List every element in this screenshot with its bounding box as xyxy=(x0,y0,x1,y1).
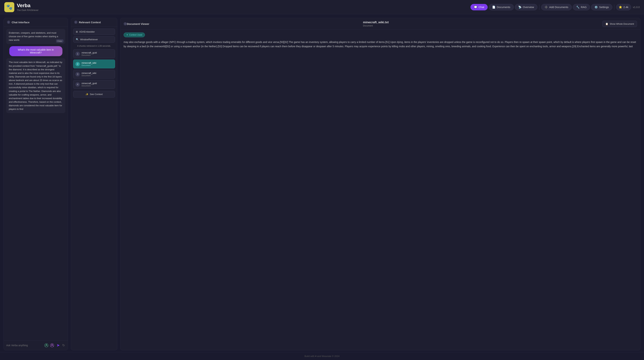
nav-add-documents[interactable]: ➕ Add Documents xyxy=(541,4,572,10)
chunk-num-4: 4 xyxy=(76,82,80,86)
retriever-icon: 🔍 xyxy=(76,38,79,41)
chat-message-assistant-response: The most valuable item in Minecraft, as … xyxy=(6,58,65,113)
chat-message-user: What's the most valuable item in Minecra… xyxy=(9,46,62,56)
settings-icon: ⚙️ xyxy=(594,6,598,9)
context-panel-title: Relevant Context xyxy=(79,21,101,24)
chunk-item-3[interactable]: 3 minecraft_wiki Document xyxy=(73,70,115,78)
app-name: Verba xyxy=(17,3,38,8)
nav-chat[interactable]: 💬 Chat xyxy=(470,4,488,10)
nav-documents[interactable]: 📄 Documents xyxy=(489,4,514,10)
app-tagline: The Dark RAGtriever xyxy=(17,9,38,12)
avatar-icon-2[interactable] xyxy=(50,343,54,348)
chunk-num-1: 1 xyxy=(76,52,80,56)
chat-input-area: ➤ ↻ xyxy=(4,340,68,350)
app-header: 🐾 Verba The Dark RAGtriever 💬 Chat 📄 Doc… xyxy=(0,0,644,14)
context-panel-header: i Relevant Context xyxy=(71,18,117,26)
refresh-button[interactable]: ↻ xyxy=(62,343,65,348)
retriever-button[interactable]: 🔍 WindowRetriever xyxy=(73,36,115,42)
doc-content: may also exchange goods with a villager … xyxy=(124,40,637,49)
doc-panel: i Document Viewer minecraft_wiki.txt Doc… xyxy=(120,18,640,350)
copy-button[interactable]: Copy xyxy=(56,39,64,42)
overview-icon: 📡 xyxy=(518,6,522,9)
context-body: ⊞ ADAEmbedder 🔍 WindowRetriever 4 chunks… xyxy=(71,26,117,350)
chat-messages: Endermen, creepers, and skeletons, and m… xyxy=(4,26,68,340)
context-badge-icon: ✦ xyxy=(126,34,128,36)
chunk-info-4: minecraft_guid Document xyxy=(82,82,97,87)
add-documents-icon: ➕ xyxy=(544,6,548,9)
show-whole-icon: 📋 xyxy=(605,22,608,25)
context-badge: ✦ Context Used xyxy=(124,32,145,37)
chunk-info-2: minecraft_wiki Document xyxy=(82,62,96,66)
github-icon: ⭐ xyxy=(619,6,622,9)
header-left: 🐾 Verba The Dark RAGtriever xyxy=(4,2,38,12)
chunk-info-1: minecraft_guid Document xyxy=(82,51,97,56)
app-footer: Build with ♥ and Weaviate © 2024 xyxy=(0,352,644,360)
nav-overview[interactable]: 📡 Overview xyxy=(515,4,538,10)
chat-input-icons xyxy=(44,343,54,348)
chunk-info-3: minecraft_wiki Document xyxy=(82,72,96,76)
doc-panel-title: Document Viewer xyxy=(127,22,149,26)
svg-point-3 xyxy=(52,344,53,346)
chat-panel-title: Chat Interface xyxy=(12,21,30,24)
see-context-button[interactable]: ✨ See Context xyxy=(73,91,115,98)
doc-panel-icon: i xyxy=(124,22,127,26)
nav-settings[interactable]: ⚙️ Settings xyxy=(591,4,612,10)
avatar-icon-1[interactable] xyxy=(44,343,49,348)
show-whole-document-button[interactable]: 📋 Show Whole Document xyxy=(602,21,637,27)
doc-label: Document xyxy=(363,24,389,27)
chunk-item-4[interactable]: 4 minecraft_guid Document xyxy=(73,80,115,89)
nav-rag[interactable]: 🔧 RAG xyxy=(573,4,590,10)
chat-panel-icon: i xyxy=(7,20,10,24)
doc-panel-header: i Document Viewer minecraft_wiki.txt Doc… xyxy=(120,18,640,30)
chunk-item-2[interactable]: 2 minecraft_wiki Document xyxy=(73,60,115,68)
doc-title-block: minecraft_wiki.txt Document xyxy=(363,20,389,27)
context-panel-icon: i xyxy=(74,20,78,24)
app-identity: Verba The Dark RAGtriever xyxy=(17,3,38,12)
embedder-button[interactable]: ⊞ ADAEmbedder xyxy=(73,29,115,35)
chat-panel: i Chat Interface Endermen, creepers, and… xyxy=(4,18,68,350)
chat-icon: 💬 xyxy=(474,6,477,9)
chunk-item-1[interactable]: 1 minecraft_guid Document xyxy=(73,50,115,58)
github-button[interactable]: ⭐ 2.4k xyxy=(616,4,631,10)
doc-filename: minecraft_wiki.txt xyxy=(363,20,389,24)
svg-point-1 xyxy=(46,344,47,346)
doc-body: ✦ Context Used may also exchange goods w… xyxy=(120,30,640,350)
documents-icon: 📄 xyxy=(492,6,496,9)
chunk-num-3: 3 xyxy=(76,72,80,76)
send-button[interactable]: ➤ xyxy=(56,343,60,348)
rag-icon: 🔧 xyxy=(576,6,580,9)
context-panel: i Relevant Context ⊞ ADAEmbedder 🔍 Windo… xyxy=(71,18,117,350)
embedder-icon: ⊞ xyxy=(76,30,78,33)
chat-message-assistant-partial: Endermen, creepers, and skeletons, and m… xyxy=(6,29,65,44)
app-logo: 🐾 xyxy=(4,2,14,12)
chunks-info: 4 chunks retrieved in 1.09 seconds. xyxy=(73,44,115,48)
chat-panel-header: i Chat Interface xyxy=(4,18,68,26)
chunk-num-2: 2 xyxy=(76,62,80,66)
main-content: i Chat Interface Endermen, creepers, and… xyxy=(0,14,644,352)
main-nav: 💬 Chat 📄 Documents 📡 Overview ➕ Add Docu… xyxy=(470,4,640,10)
see-context-icon: ✨ xyxy=(86,93,88,96)
chat-input[interactable] xyxy=(6,344,42,347)
version-tag: v1.0.0 xyxy=(633,6,640,8)
